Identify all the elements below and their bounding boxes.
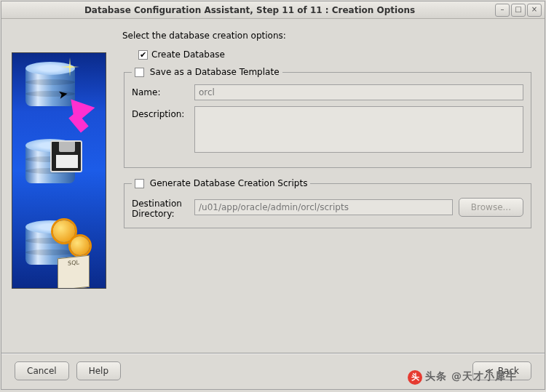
help-button[interactable]: Help: [76, 361, 121, 380]
generate-scripts-legend[interactable]: Generate Database Creation Scripts: [132, 178, 310, 188]
back-button-label: Back: [498, 366, 519, 376]
floppy-icon: [50, 140, 82, 172]
content-area: SQL Select the database creation options…: [1, 19, 545, 353]
window-controls: – □ ×: [495, 4, 542, 17]
save-template-checkbox[interactable]: [135, 68, 144, 77]
maximize-button[interactable]: □: [511, 4, 526, 17]
star-icon: [60, 57, 79, 76]
destination-directory-input[interactable]: [194, 199, 453, 215]
window-title: Database Configuration Assistant, Step 1…: [4, 5, 495, 15]
gear-icon: [71, 236, 90, 255]
create-database-checkbox[interactable]: [138, 50, 148, 60]
template-name-label: Name:: [132, 84, 189, 97]
wizard-sidebar-graphic: SQL: [12, 52, 106, 289]
dbca-window: Database Configuration Assistant, Step 1…: [1, 1, 545, 390]
browse-button[interactable]: Browse...: [459, 198, 523, 217]
template-name-input[interactable]: [194, 84, 523, 100]
create-database-option[interactable]: Create Database: [138, 49, 534, 60]
generate-scripts-fieldset: Generate Database Creation Scripts Desti…: [124, 178, 531, 228]
instruction-text: Select the database creation options:: [122, 31, 534, 41]
back-button[interactable]: ≪ Back: [472, 361, 531, 380]
chevron-left-icon: ≪: [485, 367, 494, 376]
cancel-button[interactable]: Cancel: [15, 361, 69, 380]
save-template-legend[interactable]: Save as a Database Template: [132, 67, 282, 77]
titlebar: Database Configuration Assistant, Step 1…: [1, 1, 545, 19]
gear-icon: [53, 220, 75, 242]
generate-scripts-label: Generate Database Creation Scripts: [150, 178, 308, 188]
minimize-button[interactable]: –: [495, 4, 510, 17]
wizard-footer: Cancel Help ≪ Back: [1, 353, 545, 389]
save-template-fieldset: Save as a Database Template Name: Descri…: [124, 67, 531, 168]
template-description-input[interactable]: [194, 106, 523, 153]
generate-scripts-checkbox[interactable]: [135, 179, 144, 188]
save-template-label: Save as a Database Template: [150, 67, 280, 77]
create-database-label: Create Database: [151, 49, 225, 60]
destination-directory-label: Destination Directory:: [132, 196, 189, 219]
main-panel: Select the database creation options: Cr…: [121, 26, 534, 353]
close-button[interactable]: ×: [527, 4, 542, 17]
template-description-label: Description:: [132, 106, 189, 119]
script-scroll-icon: SQL: [58, 255, 90, 289]
